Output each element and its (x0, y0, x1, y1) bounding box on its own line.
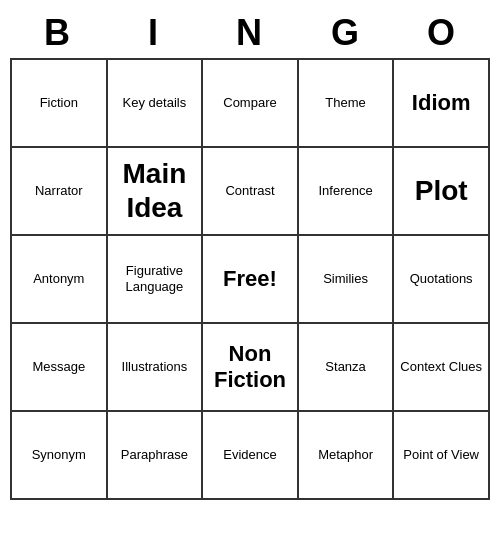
bingo-cell-2-4: Quotations (394, 236, 490, 324)
bingo-cell-4-4: Point of View (394, 412, 490, 500)
cell-text-3-3: Stanza (325, 359, 365, 375)
bingo-cell-1-4: Plot (394, 148, 490, 236)
cell-text-0-1: Key details (123, 95, 187, 111)
bingo-cell-3-4: Context Clues (394, 324, 490, 412)
header-letter-N: N (202, 8, 298, 58)
cell-text-1-2: Contrast (225, 183, 274, 199)
bingo-cell-3-1: Illustrations (108, 324, 204, 412)
cell-text-1-4: Plot (415, 174, 468, 208)
bingo-cell-3-0: Message (12, 324, 108, 412)
bingo-cell-2-1: Figurative Language (108, 236, 204, 324)
cell-text-2-2: Free! (223, 266, 277, 292)
bingo-cell-0-0: Fiction (12, 60, 108, 148)
bingo-cell-2-2: Free! (203, 236, 299, 324)
bingo-cell-2-0: Antonym (12, 236, 108, 324)
header-letter-B: B (10, 8, 106, 58)
cell-text-0-4: Idiom (412, 90, 471, 116)
bingo-cell-0-3: Theme (299, 60, 395, 148)
cell-text-4-0: Synonym (32, 447, 86, 463)
cell-text-3-2: Non Fiction (206, 341, 294, 394)
cell-text-2-4: Quotations (410, 271, 473, 287)
bingo-cell-4-0: Synonym (12, 412, 108, 500)
cell-text-1-1: Main Idea (111, 157, 199, 224)
bingo-grid: FictionKey detailsCompareThemeIdiomNarra… (10, 58, 490, 500)
bingo-cell-4-2: Evidence (203, 412, 299, 500)
cell-text-4-2: Evidence (223, 447, 276, 463)
bingo-cell-0-2: Compare (203, 60, 299, 148)
header-letter-O: O (394, 8, 490, 58)
cell-text-4-4: Point of View (403, 447, 479, 463)
cell-text-3-4: Context Clues (400, 359, 482, 375)
bingo-cell-1-2: Contrast (203, 148, 299, 236)
bingo-cell-1-3: Inference (299, 148, 395, 236)
cell-text-2-1: Figurative Language (111, 263, 199, 294)
cell-text-1-3: Inference (318, 183, 372, 199)
cell-text-0-3: Theme (325, 95, 365, 111)
cell-text-4-3: Metaphor (318, 447, 373, 463)
bingo-cell-0-4: Idiom (394, 60, 490, 148)
cell-text-1-0: Narrator (35, 183, 83, 199)
bingo-card: BINGO FictionKey detailsCompareThemeIdio… (10, 8, 490, 500)
bingo-cell-3-2: Non Fiction (203, 324, 299, 412)
cell-text-4-1: Paraphrase (121, 447, 188, 463)
cell-text-0-2: Compare (223, 95, 276, 111)
bingo-cell-3-3: Stanza (299, 324, 395, 412)
bingo-cell-1-1: Main Idea (108, 148, 204, 236)
cell-text-2-3: Similies (323, 271, 368, 287)
bingo-cell-4-3: Metaphor (299, 412, 395, 500)
bingo-header: BINGO (10, 8, 490, 58)
cell-text-2-0: Antonym (33, 271, 84, 287)
cell-text-0-0: Fiction (40, 95, 78, 111)
header-letter-I: I (106, 8, 202, 58)
bingo-cell-1-0: Narrator (12, 148, 108, 236)
bingo-cell-2-3: Similies (299, 236, 395, 324)
cell-text-3-0: Message (32, 359, 85, 375)
bingo-cell-4-1: Paraphrase (108, 412, 204, 500)
header-letter-G: G (298, 8, 394, 58)
bingo-cell-0-1: Key details (108, 60, 204, 148)
cell-text-3-1: Illustrations (122, 359, 188, 375)
